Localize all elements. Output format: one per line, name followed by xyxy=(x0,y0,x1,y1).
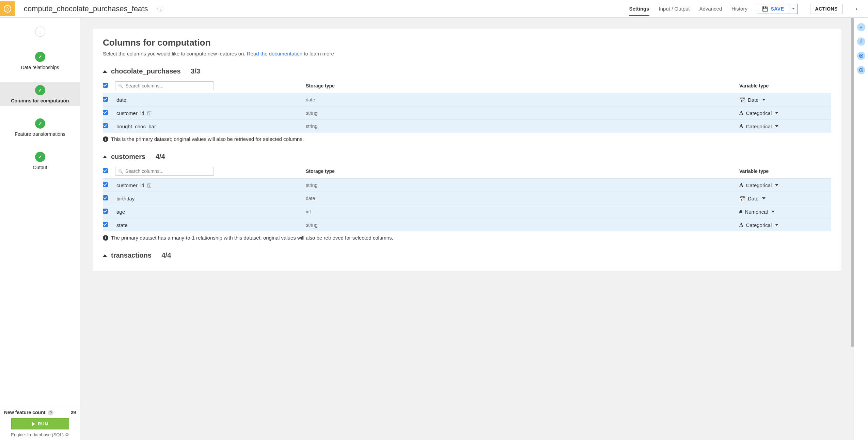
info-icon: i xyxy=(103,235,108,241)
storage-type: date xyxy=(306,196,739,201)
column-name: date xyxy=(116,97,126,103)
col-header-variable: Variable type xyxy=(739,168,831,174)
topbar: compute_chocolate_purchases_feats Settin… xyxy=(0,0,868,18)
variable-type-select[interactable]: A Categorical xyxy=(739,110,831,116)
tab-input-output[interactable]: Input / Output xyxy=(659,1,690,16)
scrollbar-thumb[interactable] xyxy=(851,18,854,347)
gear-icon[interactable] xyxy=(65,432,69,437)
new-feature-count-value: 29 xyxy=(70,410,76,415)
caret-down-icon xyxy=(792,8,795,10)
save-caret-button[interactable] xyxy=(789,4,798,14)
step-label: Data relationships xyxy=(21,65,59,70)
search-icon xyxy=(118,83,123,88)
storage-type: int xyxy=(306,209,739,214)
table-row: customer_id string A Categorical xyxy=(103,106,831,119)
column-name: birthday xyxy=(116,196,135,201)
variable-type-select[interactable]: A Categorical xyxy=(739,222,831,228)
variable-type-select[interactable]: A Categorical xyxy=(739,182,831,188)
row-checkbox[interactable] xyxy=(103,97,108,102)
row-checkbox[interactable] xyxy=(103,222,108,227)
calendar-icon xyxy=(739,196,745,201)
dataset-count: 4/4 xyxy=(162,251,171,259)
row-checkbox[interactable] xyxy=(103,110,108,115)
top-nav: Settings Input / Output Advanced History… xyxy=(629,1,848,16)
rail-add-button[interactable]: + xyxy=(857,23,865,31)
storage-type: string xyxy=(306,222,739,228)
caret-down-icon xyxy=(762,99,766,101)
calendar-icon xyxy=(739,97,745,103)
dataset-count: 3/3 xyxy=(191,67,200,75)
search-input[interactable] xyxy=(125,168,211,174)
table-row: date date Date xyxy=(103,93,831,106)
tab-history[interactable]: History xyxy=(731,1,747,16)
row-checkbox[interactable] xyxy=(103,182,108,187)
help-icon[interactable]: ? xyxy=(48,410,53,415)
variable-type-select[interactable]: Numerical xyxy=(739,209,831,215)
select-all-checkbox[interactable] xyxy=(103,83,108,88)
variable-type-select[interactable]: Date xyxy=(739,97,831,103)
docs-link[interactable]: Read the documentation xyxy=(247,51,302,56)
variable-type-select[interactable]: Date xyxy=(739,196,831,201)
step-start[interactable] xyxy=(0,24,80,39)
dataset-note: This is the primary dataset; original va… xyxy=(111,136,304,142)
table-row: age int Numerical xyxy=(103,205,831,218)
check-icon xyxy=(38,54,42,60)
main-content: Columns for computation Select the colum… xyxy=(80,18,854,440)
variable-type-label: Categorical xyxy=(746,124,772,129)
actions-button[interactable]: ACTIONS xyxy=(810,4,843,14)
storage-type: string xyxy=(306,182,739,188)
rail-info-button[interactable]: i xyxy=(857,37,865,46)
dataset-toggle-chocolate_purchases[interactable]: chocolate_purchases 3/3 xyxy=(103,66,831,77)
dataset-count: 4/4 xyxy=(156,153,165,161)
dataset-name: chocolate_purchases xyxy=(111,67,181,75)
step-label: Feature transformations xyxy=(15,131,65,137)
column-name: state xyxy=(116,222,128,228)
text-icon: A xyxy=(739,182,743,188)
caret-down-icon xyxy=(775,125,778,127)
variable-type-select[interactable]: A Categorical xyxy=(739,123,831,129)
column-name: customer_id xyxy=(116,110,144,116)
step-data-relationships[interactable]: Data relationships xyxy=(0,49,80,73)
table-row: state string A Categorical xyxy=(103,218,831,231)
storage-type: date xyxy=(306,97,739,102)
key-icon xyxy=(147,182,152,188)
select-all-checkbox[interactable] xyxy=(103,168,108,173)
dataset-note: The primary dataset has a many-to-1 rela… xyxy=(111,235,393,241)
caret-down-icon xyxy=(775,112,778,114)
text-icon: A xyxy=(739,222,743,228)
check-icon xyxy=(38,121,42,126)
scrollbar-track xyxy=(851,18,854,440)
storage-type: string xyxy=(306,110,739,116)
actions-label: ACTIONS xyxy=(815,6,838,12)
table-row: birthday date Date xyxy=(103,192,831,205)
tab-advanced[interactable]: Advanced xyxy=(699,1,722,16)
rail-history-button[interactable] xyxy=(857,66,865,74)
subtitle-pre: Select the columns you would like to com… xyxy=(103,51,247,56)
search-input[interactable] xyxy=(125,83,211,88)
step-output[interactable]: Output xyxy=(0,149,80,173)
step-columns-for-computation[interactable]: Columns for computation xyxy=(0,82,80,106)
row-checkbox[interactable] xyxy=(103,123,108,128)
step-connector xyxy=(40,39,40,49)
last-run-icon[interactable] xyxy=(157,6,163,12)
step-connector xyxy=(40,73,40,82)
play-icon xyxy=(32,422,35,426)
step-feature-transformations[interactable]: Feature transformations xyxy=(0,116,80,140)
text-icon: A xyxy=(739,123,743,129)
row-checkbox[interactable] xyxy=(103,195,108,200)
run-button[interactable]: RUN xyxy=(11,418,69,429)
dataset-toggle-transactions[interactable]: transactions 4/4 xyxy=(103,250,831,261)
column-name: customer_id xyxy=(116,182,144,188)
step-label: Output xyxy=(33,165,47,170)
back-arrow-icon[interactable]: ← xyxy=(848,4,868,13)
rail-discuss-button[interactable] xyxy=(857,52,865,60)
save-label: SAVE xyxy=(771,6,784,12)
check-icon xyxy=(38,154,42,160)
dataset-name: customers xyxy=(111,153,145,161)
save-button[interactable]: SAVE xyxy=(757,4,789,14)
tab-settings[interactable]: Settings xyxy=(629,1,649,16)
chevron-up-icon xyxy=(103,70,107,73)
engine-label: Engine: In-database (SQL) xyxy=(11,432,64,437)
row-checkbox[interactable] xyxy=(103,209,108,214)
dataset-toggle-customers[interactable]: customers 4/4 xyxy=(103,151,831,162)
